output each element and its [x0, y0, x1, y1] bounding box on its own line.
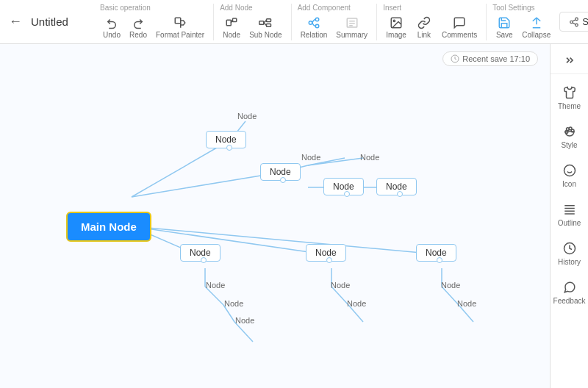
node-icon: [223, 15, 240, 31]
redo-button[interactable]: Redo: [126, 13, 150, 40]
sidebar-item-icon[interactable]: Icon: [551, 157, 588, 194]
group-label-component: Add Component: [298, 4, 351, 12]
svg-point-52: [564, 165, 575, 176]
sub-node-icon: [257, 15, 273, 31]
comments-button[interactable]: Comments: [439, 13, 480, 40]
lbl-botright-c1: Node: [441, 281, 460, 290]
component-items: Relation Summary: [298, 13, 371, 40]
format-painter-label: Format Painter: [156, 31, 204, 39]
undo-button[interactable]: Undo: [100, 13, 123, 40]
header-right: Share Export: [559, 12, 588, 32]
toolbar-group-addnode: Add Node Node Sub Node: [214, 4, 291, 40]
icon-label: Icon: [562, 180, 576, 188]
link-icon: [416, 15, 432, 31]
svg-line-41: [234, 322, 253, 342]
theme-icon: [562, 85, 578, 101]
addnode-items: Node Sub Node: [220, 13, 284, 40]
group-label-tools: Tool Settings: [492, 4, 534, 12]
collapse-icon: [528, 15, 545, 31]
node-dot-top: [226, 145, 232, 151]
redo-label: Redo: [129, 31, 147, 39]
save-icon: [496, 15, 512, 31]
relation-label: Relation: [301, 31, 328, 39]
format-painter-button[interactable]: Format Painter: [153, 13, 207, 40]
node-bot-mid-label: Node: [315, 248, 337, 258]
main-node[interactable]: Main Node: [66, 212, 151, 242]
image-button[interactable]: Image: [383, 13, 409, 40]
node-mid-left-label: Node: [270, 167, 291, 177]
collapse-button[interactable]: Collapse: [519, 13, 553, 40]
save-badge: Recent save 17:10: [442, 51, 538, 66]
svg-point-10: [309, 21, 312, 24]
label-top-text: Node: [237, 112, 257, 121]
sub-node-button[interactable]: Sub Node: [246, 13, 284, 40]
lbl-botleft-c3: Node: [235, 316, 254, 325]
undo-icon: [104, 15, 120, 31]
group-label-addnode: Add Node: [220, 4, 252, 12]
node-button[interactable]: Node: [220, 13, 243, 40]
back-button[interactable]: ←: [6, 11, 25, 32]
lbl-botmid-c1: Node: [331, 281, 350, 290]
lbl-botright-c2: Node: [457, 299, 476, 308]
share-icon: [569, 17, 579, 27]
sidebar-item-theme[interactable]: Theme: [551, 79, 588, 116]
style-icon: [562, 123, 578, 140]
redo-icon: [130, 15, 146, 31]
svg-line-25: [573, 19, 576, 21]
link-button[interactable]: Link: [412, 13, 436, 40]
main-canvas[interactable]: Recent save 17:10: [0, 44, 550, 388]
summary-label: Summary: [336, 31, 368, 39]
sidebar-item-history[interactable]: History: [551, 234, 588, 272]
svg-rect-5: [259, 21, 264, 24]
format-painter-icon: [172, 15, 188, 31]
theme-label: Theme: [558, 102, 581, 110]
outline-label: Outline: [558, 219, 581, 227]
save-button[interactable]: Save: [492, 13, 516, 40]
page-title: Untitled: [31, 15, 68, 28]
canvas-area: Recent save 17:10: [0, 44, 588, 388]
sidebar-collapse-button[interactable]: [551, 50, 588, 74]
save-label: Save: [496, 31, 513, 39]
style-label: Style: [561, 141, 577, 149]
relation-button[interactable]: Relation: [298, 13, 331, 40]
lbl-botmid-c2: Node: [347, 299, 366, 308]
svg-point-22: [570, 21, 573, 24]
summary-button[interactable]: Summary: [333, 13, 370, 40]
svg-rect-2: [226, 20, 231, 26]
svg-line-37: [132, 226, 429, 254]
svg-point-23: [576, 24, 578, 26]
group-label-insert: Insert: [383, 4, 401, 12]
label-mid-right2-text: Node: [360, 153, 379, 162]
toolbar-group-basic: Basic operation Undo Redo: [94, 4, 214, 40]
icon-sidebar-icon: [562, 162, 578, 179]
comments-label: Comments: [442, 31, 477, 39]
lbl-botleft-c2: Node: [224, 299, 243, 308]
node-dot-r1: [344, 191, 350, 197]
sidebar-item-outline[interactable]: Outline: [551, 195, 588, 233]
svg-rect-6: [267, 18, 271, 21]
svg-rect-7: [267, 24, 271, 26]
sidebar-item-style[interactable]: Style: [551, 118, 588, 155]
header: ← Untitled Basic operation Undo Redo: [0, 0, 588, 44]
toolbar-group-insert: Insert Image Link: [377, 4, 487, 40]
svg-rect-0: [175, 18, 181, 24]
svg-line-24: [573, 22, 576, 24]
sidebar-item-feedback[interactable]: Feedback: [551, 273, 588, 311]
group-label-basic: Basic operation: [100, 4, 151, 12]
feedback-label: Feedback: [553, 297, 586, 305]
lbl-botleft-c1: Node: [206, 281, 225, 290]
header-left: ← Untitled: [6, 11, 94, 32]
tools-items: Save Collapse: [492, 13, 553, 40]
collapse-label: Collapse: [522, 31, 551, 39]
node-child-r1-label: Node: [333, 182, 354, 192]
node-top-label: Node: [215, 134, 237, 145]
clock-icon: [451, 54, 459, 63]
sub-node-label: Sub Node: [249, 31, 282, 39]
svg-line-36: [132, 226, 319, 254]
svg-rect-3: [233, 18, 237, 22]
undo-label: Undo: [103, 31, 121, 39]
share-label: Share: [582, 16, 588, 27]
share-button[interactable]: Share: [559, 12, 588, 32]
chevrons-right-icon: [564, 54, 576, 66]
image-icon: [388, 15, 404, 31]
